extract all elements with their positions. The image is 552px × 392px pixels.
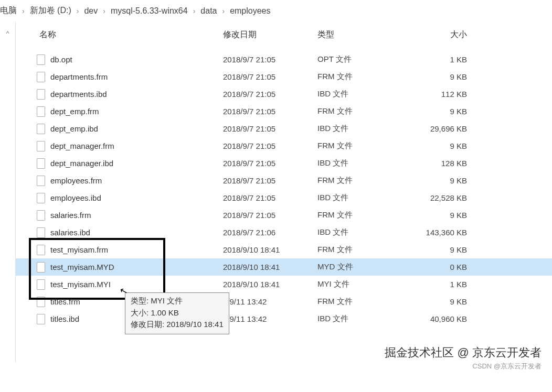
file-name-label: employees.frm xyxy=(50,176,102,185)
column-headers[interactable]: 名称 修改日期 类型 大小 xyxy=(16,22,552,51)
file-name-cell[interactable]: test_myisam.MYD xyxy=(16,262,223,273)
file-date: 2018/9/10 18:41 xyxy=(223,263,317,271)
file-name-cell[interactable]: test_myisam.MYI xyxy=(16,279,223,290)
file-name-cell[interactable]: departments.ibd xyxy=(16,89,223,100)
file-icon xyxy=(37,124,45,134)
file-name-cell[interactable]: employees.frm xyxy=(16,176,223,186)
file-type: IBD 文件 xyxy=(317,227,409,237)
file-type: FRM 文件 xyxy=(317,297,409,307)
file-date: 2018/9/7 21:05 xyxy=(223,90,317,99)
chevron-right-icon: › xyxy=(22,7,25,15)
file-tooltip: 类型: MYI 文件 大小: 1.00 KB 修改日期: 2018/9/10 1… xyxy=(125,292,229,334)
file-name-cell[interactable]: db.opt xyxy=(16,55,223,65)
file-date: 2018/9/7 21:05 xyxy=(223,193,317,202)
file-row[interactable]: test_myisam.frm2018/9/10 18:41FRM 文件9 KB xyxy=(16,241,552,258)
file-name-label: dept_emp.ibd xyxy=(50,124,98,133)
file-type: FRM 文件 xyxy=(317,141,409,151)
file-size: 143,360 KB xyxy=(409,228,483,237)
file-row[interactable]: salaries.frm2018/9/7 21:05FRM 文件9 KB xyxy=(16,206,552,224)
file-date: 2018/9/7 21:06 xyxy=(223,228,317,237)
file-name-cell[interactable]: dept_manager.frm xyxy=(16,141,223,151)
file-icon xyxy=(37,262,45,273)
file-row[interactable]: salaries.ibd2018/9/7 21:06IBD 文件143,360 … xyxy=(16,224,552,241)
file-name-label: salaries.ibd xyxy=(50,228,90,237)
chevron-right-icon: › xyxy=(193,7,196,15)
file-type: IBD 文件 xyxy=(317,193,409,203)
chevron-right-icon: › xyxy=(77,7,79,15)
chevron-right-icon: › xyxy=(222,7,225,15)
breadcrumb-item[interactable]: 新加卷 (D:) xyxy=(30,5,71,16)
file-row[interactable]: titles.ibd8/9/11 13:42IBD 文件40,960 KB xyxy=(16,310,552,328)
file-row[interactable]: dept_manager.ibd2018/9/7 21:05IBD 文件128 … xyxy=(16,155,552,172)
file-name-cell[interactable]: employees.ibd xyxy=(16,193,223,203)
file-row[interactable]: db.opt2018/9/7 21:05OPT 文件1 KB xyxy=(16,51,552,68)
file-name-cell[interactable]: salaries.ibd xyxy=(16,227,223,238)
file-row[interactable]: dept_manager.frm2018/9/7 21:05FRM 文件9 KB xyxy=(16,137,552,155)
breadcrumb-item[interactable]: employees xyxy=(230,6,270,16)
file-row[interactable]: departments.frm2018/9/7 21:05FRM 文件9 KB xyxy=(16,68,552,85)
file-icon xyxy=(37,210,45,221)
file-type: IBD 文件 xyxy=(317,89,409,99)
file-name-label: titles.frm xyxy=(50,297,80,306)
file-date: 2018/9/7 21:05 xyxy=(223,55,317,64)
file-date: 2018/9/7 21:05 xyxy=(223,141,317,150)
watermark-line2: CSDN @京东云开发者 xyxy=(385,362,542,371)
file-type: OPT 文件 xyxy=(317,55,409,64)
file-date: 2018/9/7 21:05 xyxy=(223,176,317,185)
header-size[interactable]: 大小 xyxy=(409,29,483,40)
file-size: 9 KB xyxy=(409,176,483,185)
file-size: 9 KB xyxy=(409,72,483,81)
caret-up-icon[interactable]: ^ xyxy=(6,30,9,363)
file-date: 2018/9/7 21:05 xyxy=(223,159,317,168)
file-type: FRM 文件 xyxy=(317,245,409,255)
file-icon xyxy=(37,314,45,324)
file-date: 2018/9/7 21:05 xyxy=(223,124,317,133)
file-size: 22,528 KB xyxy=(409,193,483,202)
file-name-cell[interactable]: salaries.frm xyxy=(16,210,223,221)
file-row[interactable]: employees.frm2018/9/7 21:05FRM 文件9 KB xyxy=(16,172,552,189)
file-row[interactable]: titles.frm8/9/11 13:42FRM 文件9 KB xyxy=(16,293,552,310)
file-date: 2018/9/7 21:05 xyxy=(223,72,317,81)
file-name-cell[interactable]: test_myisam.frm xyxy=(16,245,223,255)
file-icon xyxy=(37,227,45,238)
file-row[interactable]: dept_emp.frm2018/9/7 21:05FRM 文件9 KB xyxy=(16,103,552,120)
header-name[interactable]: 名称 xyxy=(16,29,223,40)
file-name-label: employees.ibd xyxy=(50,193,101,202)
file-date: 8/9/11 13:42 xyxy=(223,314,317,323)
file-row[interactable]: departments.ibd2018/9/7 21:05IBD 文件112 K… xyxy=(16,85,552,103)
breadcrumb-item[interactable]: data xyxy=(200,6,217,16)
file-name-label: test_myisam.frm xyxy=(50,245,108,254)
tooltip-size: 大小: 1.00 KB xyxy=(131,307,224,319)
tooltip-date: 修改日期: 2018/9/10 18:41 xyxy=(131,319,224,331)
header-date[interactable]: 修改日期 xyxy=(223,29,317,40)
breadcrumb-item[interactable]: dev xyxy=(84,6,98,16)
chevron-right-icon: › xyxy=(103,7,105,15)
left-nav-strip: ^ xyxy=(0,22,16,363)
breadcrumb-item[interactable]: 电脑 xyxy=(0,5,17,16)
file-icon xyxy=(37,72,45,82)
file-row[interactable]: test_myisam.MYD2018/9/10 18:41MYD 文件0 KB xyxy=(16,258,552,276)
file-name-cell[interactable]: departments.frm xyxy=(16,72,223,82)
file-row[interactable]: dept_emp.ibd2018/9/7 21:05IBD 文件29,696 K… xyxy=(16,120,552,137)
file-size: 29,696 KB xyxy=(409,124,483,133)
file-size: 9 KB xyxy=(409,245,483,254)
file-name-cell[interactable]: dept_emp.frm xyxy=(16,106,223,117)
breadcrumb[interactable]: 电脑›新加卷 (D:)›dev›mysql-5.6.33-winx64›data… xyxy=(0,0,552,22)
file-size: 1 KB xyxy=(409,280,483,289)
file-date: 8/9/11 13:42 xyxy=(223,297,317,306)
file-row[interactable]: employees.ibd2018/9/7 21:05IBD 文件22,528 … xyxy=(16,189,552,206)
file-icon xyxy=(37,158,45,169)
tooltip-type: 类型: MYI 文件 xyxy=(131,295,224,307)
file-name-label: titles.ibd xyxy=(50,314,79,323)
file-type: MYD 文件 xyxy=(317,262,409,272)
breadcrumb-item[interactable]: mysql-5.6.33-winx64 xyxy=(111,6,188,16)
file-name-cell[interactable]: dept_manager.ibd xyxy=(16,158,223,169)
file-icon xyxy=(37,89,45,100)
file-icon xyxy=(37,297,45,307)
file-row[interactable]: test_myisam.MYI2018/9/10 18:41MYI 文件1 KB xyxy=(16,276,552,293)
file-size: 9 KB xyxy=(409,107,483,116)
header-type[interactable]: 类型 xyxy=(317,29,409,40)
file-size: 9 KB xyxy=(409,141,483,150)
file-size: 9 KB xyxy=(409,297,483,306)
file-name-cell[interactable]: dept_emp.ibd xyxy=(16,124,223,134)
